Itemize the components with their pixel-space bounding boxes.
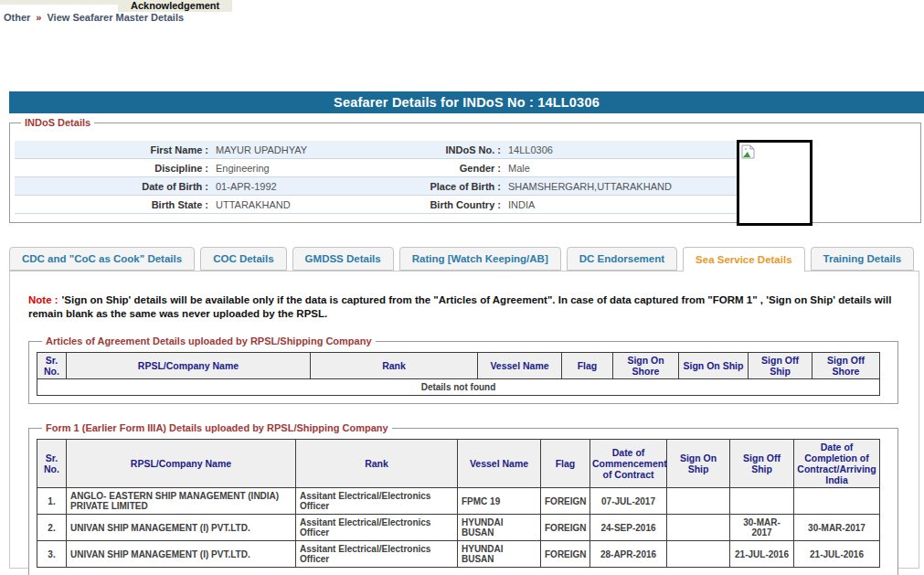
cell-completion-date: 30-MAR-2017 [794, 515, 880, 541]
tab-dc-endorsement[interactable]: DC Endorsement [567, 247, 677, 271]
tab-sea-service-details[interactable]: Sea Service Details [683, 247, 805, 272]
tab-gmdss-details[interactable]: GMDSS Details [292, 247, 394, 271]
field-value: INDIA [501, 199, 739, 210]
indos-details-rows: First Name : MAYUR UPADHYAY INDoS No. : … [15, 141, 739, 214]
table-header-row: Sr. No. RPSL/Company Name Rank Vessel Na… [37, 440, 880, 488]
cell-sr-no: 3. [37, 541, 67, 568]
cell-completion-date: 21-JUL-2016 [794, 541, 880, 568]
tab-rating-watch-keeping-ab[interactable]: Rating [Watch Keeping/AB] [399, 247, 561, 271]
cell-sign-on-ship [667, 488, 730, 515]
field-value: UTTARAKHAND [208, 199, 419, 210]
cell-company: UNIVAN SHIP MANAGEMENT (I) PVT.LTD. [67, 541, 296, 568]
seafarer-photo [737, 140, 812, 226]
cell-commencement-date: 24-SEP-2016 [590, 515, 667, 541]
tab-cdc-coc-cook-details[interactable]: CDC and "CoC as Cook" Details [9, 247, 195, 271]
cell-vessel: HYUNDAI BUSAN [458, 515, 541, 541]
table-row: 2. UNIVAN SHIP MANAGEMENT (I) PVT.LTD. A… [37, 515, 880, 541]
field-value: 01-APR-1992 [208, 181, 419, 192]
column-header: RPSL/Company Name [67, 440, 296, 488]
cell-rank: Assitant Electrical/Electronics Officer [296, 541, 458, 568]
cell-flag: FOREIGN [541, 541, 590, 568]
page-title: Seafarer Details for INDoS No : 14LL0306 [9, 91, 924, 113]
detail-tabs: CDC and "CoC as Cook" Details COC Detail… [9, 247, 914, 272]
menu-bar-strip [0, 0, 118, 5]
field-value: Engineering [208, 163, 419, 174]
sea-service-panel: Note :'Sign on Ship' details will be ava… [9, 271, 919, 569]
cell-completion-date [794, 488, 880, 515]
cell-company: UNIVAN SHIP MANAGEMENT (I) PVT.LTD. [67, 515, 296, 541]
cell-rank: Assitant Electrical/Electronics Officer [296, 515, 458, 541]
cell-sr-no: 1. [37, 488, 67, 515]
articles-of-agreement-table: Sr. No. RPSL/Company Name Rank Vessel Na… [37, 352, 880, 396]
field-label: Discipline : [15, 163, 208, 174]
indos-details-legend: INDoS Details [21, 117, 94, 128]
cell-sign-on-ship [667, 541, 730, 568]
indos-row: Birth State : UTTARAKHAND Birth Country … [15, 196, 739, 214]
column-header: Flag [541, 440, 590, 488]
articles-of-agreement-legend: Articles of Agreement Details uploaded b… [42, 335, 376, 346]
column-header: Rank [311, 353, 478, 379]
column-header: Sr. No. [37, 353, 67, 379]
tab-training-details[interactable]: Training Details [811, 247, 915, 271]
breadcrumb: Other » View Seafarer Master Details [4, 12, 184, 23]
menu-item-acknowledgement[interactable]: Acknowledgement [118, 0, 232, 12]
column-header: Sr. No. [37, 440, 67, 488]
breadcrumb-current-link[interactable]: View Seafarer Master Details [47, 12, 184, 23]
cell-company: ANGLO- EASTERN SHIP MANAGEMENT (INDIA) P… [67, 488, 296, 515]
cell-sign-off-ship [730, 488, 794, 515]
breadcrumb-separator: » [36, 12, 41, 23]
column-header: Sign On Shore [613, 353, 679, 379]
cell-sign-on-ship [667, 515, 730, 541]
cell-flag: FOREIGN [541, 515, 590, 541]
details-not-found-message: Details not found [37, 379, 880, 396]
broken-image-icon [741, 144, 756, 159]
column-header: Sign On Ship [667, 440, 730, 488]
cell-flag: FOREIGN [541, 488, 590, 515]
note-prefix: Note : [28, 294, 58, 305]
column-header: Sign On Ship [679, 353, 749, 379]
table-header-row: Sr. No. RPSL/Company Name Rank Vessel Na… [37, 353, 880, 379]
form1-fieldset: Form 1 (Earlier Form IIIA) Details uploa… [28, 422, 898, 575]
cell-vessel: HYUNDAI BUSAN [458, 541, 541, 568]
indos-row: Date of Birth : 01-APR-1992 Place of Bir… [15, 177, 739, 196]
table-row: 1. ANGLO- EASTERN SHIP MANAGEMENT (INDIA… [37, 488, 880, 515]
tab-coc-details[interactable]: COC Details [200, 247, 286, 271]
breadcrumb-root-link[interactable]: Other [4, 12, 30, 23]
cell-vessel: FPMC 19 [458, 488, 541, 515]
articles-of-agreement-fieldset: Articles of Agreement Details uploaded b… [28, 335, 898, 404]
field-value: Male [501, 163, 739, 174]
indos-row: First Name : MAYUR UPADHYAY INDoS No. : … [15, 141, 739, 159]
field-label: Birth Country : [419, 199, 501, 210]
sign-on-ship-note: Note :'Sign on Ship' details will be ava… [28, 293, 898, 321]
field-value: MAYUR UPADHYAY [208, 144, 419, 155]
cell-sign-off-ship: 30-MAR-2017 [730, 515, 794, 541]
field-value: SHAMSHERGARH,UTTARAKHAND [501, 181, 739, 192]
field-label: Birth State : [15, 199, 208, 210]
column-header: RPSL/Company Name [67, 353, 311, 379]
form1-table: Sr. No. RPSL/Company Name Rank Vessel Na… [37, 439, 880, 568]
column-header: Sign Off Shore [812, 353, 880, 379]
column-header: Date of Completion of Contract/Arriving … [794, 440, 880, 488]
column-header: Sign Off Ship [730, 440, 794, 488]
indos-row: Discipline : Engineering Gender : Male [15, 159, 739, 177]
empty-row: Details not found [37, 379, 880, 396]
cell-sr-no: 2. [37, 515, 67, 541]
field-label: Date of Birth : [15, 181, 208, 192]
cell-commencement-date: 28-APR-2016 [590, 541, 667, 568]
field-label: First Name : [15, 144, 208, 155]
note-text: 'Sign on Ship' details will be available… [28, 294, 891, 319]
field-label: Place of Birth : [419, 181, 501, 192]
column-header: Vessel Name [458, 440, 541, 488]
column-header: Date of Commencement of Contract [590, 440, 667, 488]
field-label: INDoS No. : [419, 144, 501, 155]
column-header: Flag [562, 353, 613, 379]
table-row: 3. UNIVAN SHIP MANAGEMENT (I) PVT.LTD. A… [37, 541, 880, 568]
column-header: Rank [296, 440, 458, 488]
column-header: Vessel Name [478, 353, 562, 379]
cell-sign-off-ship: 21-JUL-2016 [730, 541, 794, 568]
cell-rank: Assitant Electrical/Electronics Officer [296, 488, 458, 515]
column-header: Sign Off Ship [749, 353, 812, 379]
field-label: Gender : [419, 163, 501, 174]
form1-legend: Form 1 (Earlier Form IIIA) Details uploa… [42, 422, 392, 433]
cell-commencement-date: 07-JUL-2017 [590, 488, 667, 515]
